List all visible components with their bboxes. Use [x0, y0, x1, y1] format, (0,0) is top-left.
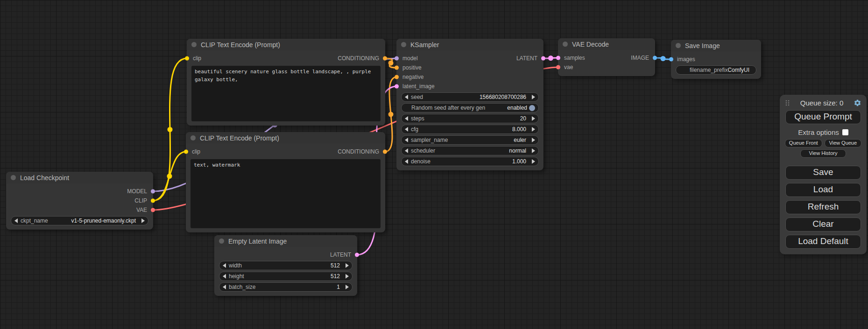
node-title-bar[interactable]: VAE Decode — [558, 38, 655, 50]
decrement-arrow-icon[interactable] — [223, 285, 226, 289]
collapse-dot-icon[interactable] — [219, 238, 224, 244]
input-label-images: images — [677, 56, 695, 63]
decrement-arrow-icon[interactable] — [405, 159, 408, 164]
input-port-latent-image[interactable] — [395, 84, 399, 89]
decrement-arrow-icon[interactable] — [405, 148, 408, 153]
node-clip-text-encode-positive[interactable]: CLIP Text Encode (Prompt) clip CONDITION… — [187, 39, 385, 126]
increment-arrow-icon[interactable] — [532, 116, 535, 121]
node-title-bar[interactable]: Load Checkpoint — [6, 172, 153, 183]
output-port-model[interactable] — [151, 189, 155, 194]
output-port-image[interactable] — [653, 56, 657, 60]
collapse-dot-icon[interactable] — [563, 42, 568, 47]
input-port-clip[interactable] — [184, 150, 188, 154]
queue-prompt-button[interactable]: Queue Prompt — [785, 110, 861, 124]
sampler-name-widget[interactable]: sampler_name euler — [401, 135, 539, 145]
extra-options-checkbox[interactable] — [842, 129, 848, 135]
increment-arrow-icon[interactable] — [532, 148, 535, 153]
collapse-dot-icon[interactable] — [401, 42, 406, 47]
increment-arrow-icon[interactable] — [141, 218, 145, 223]
node-title: Load Checkpoint — [20, 174, 69, 182]
output-label-conditioning: CONDITIONING — [338, 55, 379, 62]
view-history-button[interactable]: View History — [800, 149, 846, 158]
extra-options-label: Extra options — [798, 128, 839, 136]
node-save-image[interactable]: Save Image images filename_prefix ComfyU… — [671, 40, 761, 79]
output-port-conditioning[interactable] — [383, 150, 387, 154]
node-title-bar[interactable]: Empty Latent Image — [214, 235, 357, 247]
input-label-clip: clip — [192, 148, 200, 155]
collapse-dot-icon[interactable] — [191, 135, 196, 140]
negative-prompt-textarea[interactable]: text, watermark — [191, 159, 381, 228]
input-port-vae[interactable] — [556, 65, 560, 70]
increment-arrow-icon[interactable] — [346, 274, 349, 279]
input-port-model[interactable] — [395, 56, 399, 61]
widget-label: Random seed after every gen — [411, 105, 485, 111]
output-label-clip: CLIP — [134, 197, 147, 204]
view-queue-button[interactable]: View Queue — [825, 139, 862, 147]
steps-widget[interactable]: steps 20 — [401, 114, 539, 123]
output-port-latent[interactable] — [541, 56, 545, 61]
increment-arrow-icon[interactable] — [346, 263, 349, 268]
filename-prefix-widget[interactable]: filename_prefix ComfyUI — [676, 65, 756, 75]
positive-prompt-textarea[interactable]: beautiful scenery nature glass bottle la… — [191, 66, 381, 121]
input-port-clip[interactable] — [185, 56, 189, 61]
toggle-knob-icon[interactable] — [529, 105, 535, 111]
increment-arrow-icon[interactable] — [532, 127, 535, 132]
input-port-samples[interactable] — [556, 56, 560, 60]
batch-size-widget[interactable]: batch_size 1 — [219, 282, 353, 292]
settings-gear-icon[interactable] — [854, 99, 861, 107]
input-label-vae: vae — [564, 64, 573, 70]
collapse-dot-icon[interactable] — [676, 43, 681, 48]
output-label-latent: LATENT — [330, 252, 351, 258]
clear-button[interactable]: Clear — [785, 217, 861, 231]
ckpt-name-widget[interactable]: ckpt_name v1-5-pruned-emaonly.ckpt — [11, 216, 148, 225]
increment-arrow-icon[interactable] — [532, 95, 535, 99]
output-port-conditioning[interactable] — [383, 56, 387, 61]
node-ksampler[interactable]: KSampler model LATENT positive negative … — [396, 39, 543, 170]
input-port-images[interactable] — [669, 57, 673, 62]
decrement-arrow-icon[interactable] — [223, 263, 226, 268]
decrement-arrow-icon[interactable] — [405, 127, 408, 132]
widget-label: filename_prefix — [690, 67, 727, 73]
input-label-clip: clip — [193, 55, 201, 62]
increment-arrow-icon[interactable] — [532, 138, 535, 142]
collapse-dot-icon[interactable] — [11, 175, 16, 180]
node-title-bar[interactable]: Save Image — [671, 40, 761, 51]
node-load-checkpoint[interactable]: Load Checkpoint MODEL CLIP VAE ckpt_name… — [6, 172, 153, 230]
node-vae-decode[interactable]: VAE Decode samples IMAGE vae — [558, 38, 655, 76]
cfg-widget[interactable]: cfg 8.000 — [401, 125, 539, 134]
save-button[interactable]: Save — [785, 166, 861, 180]
decrement-arrow-icon[interactable] — [405, 116, 408, 121]
increment-arrow-icon[interactable] — [532, 159, 535, 164]
input-port-positive[interactable] — [395, 66, 399, 70]
height-widget[interactable]: height 512 — [219, 272, 353, 281]
output-port-latent[interactable] — [355, 253, 359, 257]
output-port-vae[interactable] — [151, 208, 155, 212]
decrement-arrow-icon[interactable] — [223, 274, 226, 279]
node-title-bar[interactable]: CLIP Text Encode (Prompt) — [186, 132, 385, 144]
node-title: VAE Decode — [572, 41, 609, 48]
denoise-widget[interactable]: denoise 1.000 — [401, 157, 539, 166]
widget-label: height — [229, 273, 244, 280]
input-port-negative[interactable] — [395, 75, 399, 79]
decrement-arrow-icon[interactable] — [405, 95, 408, 99]
widget-label: batch_size — [229, 284, 255, 290]
random-seed-toggle-widget[interactable]: Random seed after every gen enabled — [401, 103, 539, 112]
drag-handle-icon[interactable] — [785, 99, 790, 106]
increment-arrow-icon[interactable] — [346, 285, 349, 289]
collapse-dot-icon[interactable] — [191, 42, 197, 47]
node-title-bar[interactable]: CLIP Text Encode (Prompt) — [187, 39, 385, 50]
decrement-arrow-icon[interactable] — [14, 218, 18, 223]
node-clip-text-encode-negative[interactable]: CLIP Text Encode (Prompt) clip CONDITION… — [186, 132, 385, 232]
load-button[interactable]: Load — [785, 183, 861, 197]
output-port-clip[interactable] — [151, 199, 155, 203]
node-title-bar[interactable]: KSampler — [396, 39, 543, 50]
node-empty-latent-image[interactable]: Empty Latent Image LATENT width 512 heig… — [214, 235, 357, 296]
seed-widget[interactable]: seed 156680208700286 — [401, 92, 539, 102]
load-default-button[interactable]: Load Default — [785, 235, 861, 249]
width-widget[interactable]: width 512 — [219, 261, 353, 270]
scheduler-widget[interactable]: scheduler normal — [401, 146, 539, 155]
output-label-vae: VAE — [136, 207, 147, 213]
queue-front-button[interactable]: Queue Front — [785, 139, 822, 147]
refresh-button[interactable]: Refresh — [785, 200, 861, 214]
decrement-arrow-icon[interactable] — [405, 138, 408, 142]
